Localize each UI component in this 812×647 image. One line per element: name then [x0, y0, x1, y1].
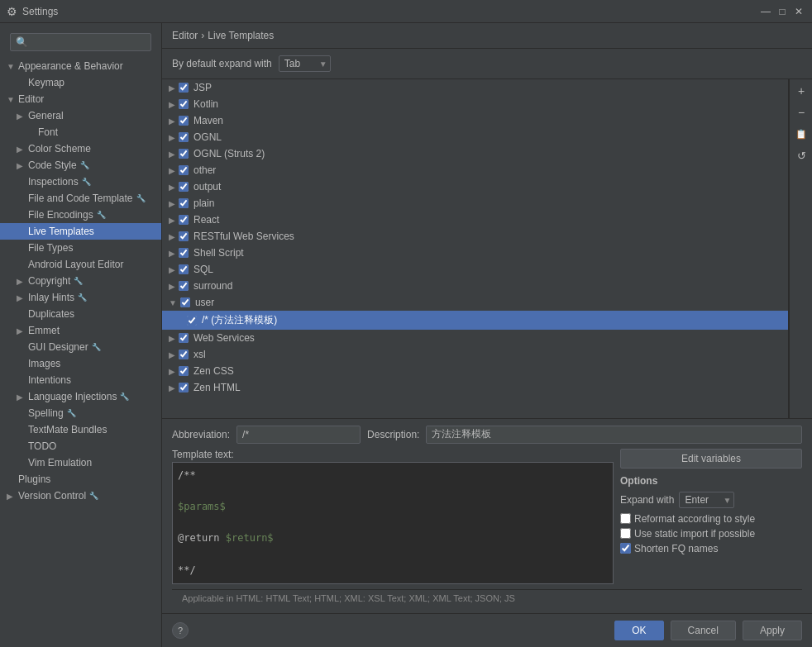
apply-button[interactable]: Apply	[743, 621, 802, 640]
sidebar-item-textmate-bundles[interactable]: ▶TextMate Bundles	[0, 421, 161, 438]
sidebar-item-images[interactable]: ▶Images	[0, 355, 161, 372]
close-button[interactable]: ✕	[792, 5, 805, 18]
sidebar-item-inspections[interactable]: ▶Inspections🔧	[0, 174, 161, 190]
ok-button[interactable]: OK	[614, 621, 663, 640]
sidebar-label-gui-designer: GUI Designer	[28, 341, 88, 353]
cancel-button[interactable]: Cancel	[671, 621, 736, 640]
template-group-7[interactable]: ▶ plain	[162, 195, 788, 212]
sidebar-item-color-scheme[interactable]: ▶Color Scheme	[0, 140, 161, 157]
group-checkbox-15[interactable]	[179, 350, 189, 359]
sidebar-item-file-types[interactable]: ▶File Types	[0, 240, 161, 256]
template-group-8[interactable]: ▶ React	[162, 212, 788, 228]
sidebar-item-keymap[interactable]: ▶Keymap	[0, 74, 161, 91]
template-group-3[interactable]: ▶ OGNL	[162, 129, 788, 145]
static-import-checkbox[interactable]	[620, 528, 631, 539]
group-checkbox-7[interactable]	[179, 198, 189, 208]
reset-template-button[interactable]: ↺	[791, 145, 811, 165]
minimize-button[interactable]: —	[759, 5, 772, 18]
sidebar-item-file-encodings[interactable]: ▶File Encodings🔧	[0, 207, 161, 223]
template-group-17[interactable]: ▶ Zen HTML	[162, 379, 788, 396]
sidebar-item-version-control[interactable]: ▶Version Control🔧	[0, 488, 161, 504]
sidebar-item-spelling[interactable]: ▶Spelling🔧	[0, 405, 161, 421]
reformat-checkbox[interactable]	[620, 513, 631, 524]
template-group-13[interactable]: ▼ user	[162, 294, 788, 311]
sidebar-item-file-code-templates[interactable]: ▶File and Code Template🔧	[0, 190, 161, 207]
code-line-1: /**	[178, 468, 608, 483]
remove-template-button[interactable]: −	[791, 102, 811, 122]
sidebar-label-color-scheme: Color Scheme	[28, 143, 91, 155]
group-checkbox-13[interactable]	[180, 297, 190, 307]
group-checkbox-8[interactable]	[179, 215, 189, 225]
template-group-4[interactable]: ▶ OGNL (Struts 2)	[162, 145, 788, 162]
copy-template-button[interactable]: 📋	[791, 124, 811, 144]
template-group-6[interactable]: ▶ output	[162, 178, 788, 195]
sidebar-item-font[interactable]: ▶Font	[0, 124, 161, 140]
sidebar-item-gui-designer[interactable]: ▶GUI Designer🔧	[0, 339, 161, 355]
maximize-button[interactable]: □	[776, 5, 789, 18]
template-group-5[interactable]: ▶ other	[162, 162, 788, 178]
expand-with-select[interactable]: Tab Enter Space Default	[679, 492, 734, 508]
sidebar-item-android-layout-editor[interactable]: ▶Android Layout Editor	[0, 256, 161, 273]
group-checkbox-17[interactable]	[179, 383, 189, 392]
help-button[interactable]: ?	[172, 622, 189, 639]
group-checkbox-10[interactable]	[179, 248, 189, 258]
sidebar-item-appearance[interactable]: ▼Appearance & Behavior	[0, 58, 161, 74]
template-group-15[interactable]: ▶ xsl	[162, 346, 788, 363]
sidebar-item-language-injections[interactable]: ▶Language Injections🔧	[0, 388, 161, 405]
sidebar-item-emmet[interactable]: ▶Emmet	[0, 322, 161, 339]
sidebar-item-editor[interactable]: ▼Editor	[0, 91, 161, 107]
badge-icon-spelling: 🔧	[67, 409, 76, 417]
template-group-11[interactable]: ▶ SQL	[162, 261, 788, 278]
template-group-0[interactable]: ▶ JSP	[162, 79, 788, 96]
group-checkbox-14[interactable]	[179, 333, 189, 343]
sidebar-item-intentions[interactable]: ▶Intentions	[0, 372, 161, 388]
group-checkbox-0[interactable]	[179, 83, 189, 93]
group-arrow-7: ▶	[169, 199, 175, 208]
group-checkbox-5[interactable]	[179, 165, 189, 175]
template-group-9[interactable]: ▶ RESTful Web Services	[162, 228, 788, 245]
template-group-14[interactable]: ▶ Web Services	[162, 330, 788, 346]
template-group-2[interactable]: ▶ Maven	[162, 112, 788, 129]
group-checkbox-16[interactable]	[179, 366, 189, 376]
description-input[interactable]	[426, 426, 802, 444]
sidebar-item-todo[interactable]: ▶TODO	[0, 438, 161, 454]
sidebar-item-vim-emulation[interactable]: ▶Vim Emulation	[0, 454, 161, 471]
sidebar-label-intentions: Intentions	[28, 374, 71, 386]
sidebar-item-live-templates[interactable]: ▶Live Templates	[0, 223, 161, 240]
template-code-editor[interactable]: /** $params$ @return $return$ **/	[172, 462, 614, 584]
sidebar-item-general[interactable]: ▶General	[0, 107, 161, 124]
template-item-13-0[interactable]: /* (方法注释模板)	[162, 311, 788, 330]
group-label-8: React	[193, 214, 219, 226]
sidebar-item-duplicates[interactable]: ▶Duplicates	[0, 306, 161, 322]
edit-variables-button[interactable]: Edit variables	[620, 449, 802, 469]
abbreviation-input[interactable]	[236, 426, 361, 444]
group-checkbox-11[interactable]	[179, 264, 189, 274]
template-group-1[interactable]: ▶ Kotlin	[162, 96, 788, 112]
shorten-eq-checkbox[interactable]	[620, 543, 631, 554]
expand-default-select[interactable]: Tab Enter Space	[279, 55, 331, 72]
group-checkbox-6[interactable]	[179, 182, 189, 192]
search-input[interactable]	[10, 33, 151, 51]
add-template-button[interactable]: +	[791, 81, 811, 101]
group-checkbox-2[interactable]	[179, 116, 189, 126]
sidebar-label-textmate-bundles: TextMate Bundles	[28, 424, 107, 435]
group-checkbox-9[interactable]	[179, 231, 189, 241]
sidebar-item-copyright[interactable]: ▶Copyright🔧	[0, 273, 161, 289]
template-group-10[interactable]: ▶ Shell Script	[162, 245, 788, 261]
shorten-eq-label: Shorten FQ names	[634, 543, 718, 554]
templates-area: ▶ JSP ▶ Kotlin ▶ Maven ▶ OGNL ▶ OGNL (St…	[162, 79, 812, 418]
sidebar-item-plugins[interactable]: ▶Plugins	[0, 471, 161, 488]
sidebar-item-inlay-hints[interactable]: ▶Inlay Hints🔧	[0, 289, 161, 306]
group-arrow-0: ▶	[169, 83, 175, 93]
group-checkbox-1[interactable]	[179, 99, 189, 109]
group-checkbox-12[interactable]	[179, 281, 189, 291]
group-arrow-12: ▶	[169, 282, 175, 291]
template-group-16[interactable]: ▶ Zen CSS	[162, 363, 788, 379]
item-checkbox-13-0[interactable]	[187, 316, 197, 326]
group-label-6: output	[193, 181, 221, 193]
group-checkbox-4[interactable]	[179, 149, 189, 159]
group-checkbox-3[interactable]	[179, 132, 189, 142]
group-label-17: Zen HTML	[193, 382, 241, 393]
template-group-12[interactable]: ▶ surround	[162, 278, 788, 294]
sidebar-item-code-style[interactable]: ▶Code Style🔧	[0, 157, 161, 174]
